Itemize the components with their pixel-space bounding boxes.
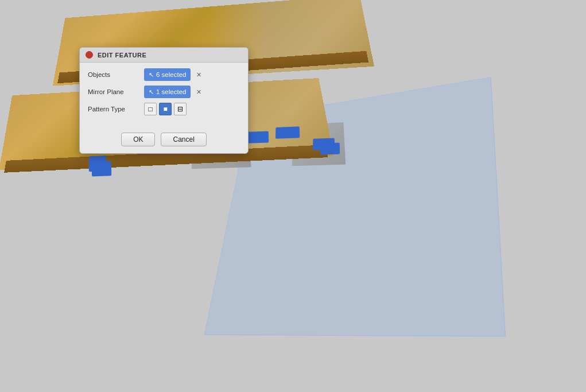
pattern-icon-square-empty[interactable]: □	[144, 103, 157, 115]
mirror-cursor-icon: ↖	[149, 88, 154, 96]
pattern-icons: □ ■ ⊟	[144, 103, 187, 115]
dialog-footer: OK Cancel	[80, 128, 248, 153]
pattern-type-row: Pattern Type □ ■ ⊟	[88, 103, 240, 115]
objects-selection-text: 6 selected	[156, 71, 186, 78]
connector-6	[92, 161, 111, 177]
cursor-icon: ↖	[149, 71, 154, 79]
pattern-type-label: Pattern Type	[88, 106, 139, 112]
dialog-titlebar: EDIT FEATURE	[80, 48, 248, 63]
ok-button[interactable]: OK	[121, 133, 155, 146]
pattern-icon-square-filled[interactable]: ■	[159, 103, 172, 115]
pattern-icon-square-lines[interactable]: ⊟	[174, 103, 187, 115]
cancel-button[interactable]: Cancel	[161, 133, 206, 146]
objects-selection-button[interactable]: ↖ 6 selected	[144, 68, 191, 81]
objects-clear-button[interactable]: ×	[195, 71, 202, 79]
connector-8	[320, 142, 340, 154]
objects-label: Objects	[88, 71, 139, 78]
mirror-plane-selection-text: 1 selected	[156, 88, 186, 95]
mirror-plane-label: Mirror Plane	[88, 88, 139, 95]
connector-3	[247, 131, 269, 143]
dialog-close-button[interactable]	[86, 51, 93, 59]
dialog-body: Objects ↖ 6 selected × Mirror Plane ↖ 1 …	[80, 63, 248, 128]
edit-feature-dialog: EDIT FEATURE Objects ↖ 6 selected × Mirr…	[79, 47, 249, 154]
mirror-plane-clear-button[interactable]: ×	[195, 88, 202, 96]
dialog-title: EDIT FEATURE	[98, 52, 146, 59]
mirror-plane-row: Mirror Plane ↖ 1 selected ×	[88, 86, 240, 98]
connector-4	[275, 126, 300, 138]
objects-row: Objects ↖ 6 selected ×	[88, 68, 240, 81]
mirror-plane-selection-button[interactable]: ↖ 1 selected	[144, 86, 191, 98]
